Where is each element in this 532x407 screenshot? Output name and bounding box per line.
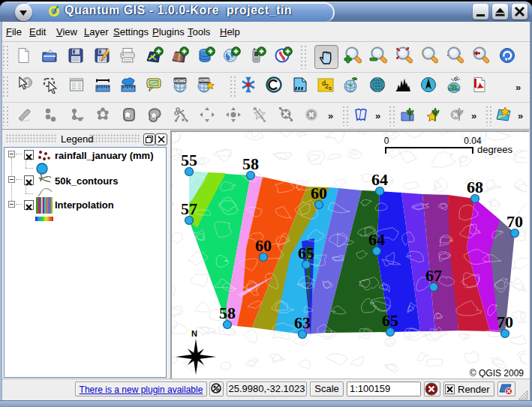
svg-text:70: 70 [497,313,513,331]
svg-text:63: 63 [294,313,311,332]
svg-text:60: 60 [255,236,272,255]
svg-text:58: 58 [242,154,259,173]
svg-text:degrees: degrees [477,144,512,155]
svg-text:64: 64 [371,170,388,189]
svg-text:HOME: HOME [174,79,187,83]
svg-text:HOME: HOME [199,78,211,82]
svg-text:55: 55 [181,151,197,169]
svg-text:65: 65 [298,244,314,262]
svg-text:GDAL: GDAL [448,87,460,91]
svg-text:57: 57 [181,199,197,218]
svg-text:© QGIS 2009: © QGIS 2009 [470,368,524,378]
svg-text:64: 64 [368,230,385,249]
svg-text:0: 0 [384,136,389,146]
svg-text:N: N [191,329,197,338]
svg-text:65: 65 [382,311,398,330]
svg-text:70: 70 [506,212,523,231]
svg-text:58: 58 [219,304,236,322]
svg-text:s: s [329,85,332,91]
svg-text:60: 60 [311,184,327,202]
svg-text:68: 68 [467,178,483,196]
svg-text:67: 67 [425,266,442,285]
